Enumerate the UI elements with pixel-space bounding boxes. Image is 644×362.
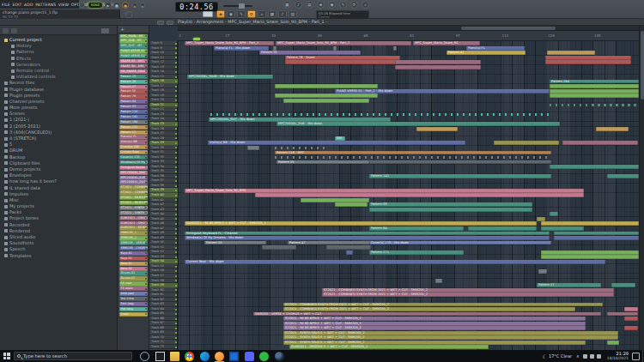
picker-item[interactable]: Bass 01 <box>119 262 148 266</box>
picker-item[interactable]: MPC_SUB - MT <box>119 39 148 43</box>
edge-icon[interactable] <box>200 352 210 361</box>
picker-item[interactable]: PIANO VERSE 01 <box>119 49 148 53</box>
playlist-clip[interactable] <box>550 165 639 169</box>
playlist-clip[interactable]: MPC_Super_Mario_Snare_90 <box>413 41 480 45</box>
playlist-clip[interactable] <box>550 94 639 98</box>
photos-icon[interactable] <box>229 352 239 361</box>
picker-item[interactable]: SMM205_2 <box>119 236 148 240</box>
picker-item[interactable]: Pattern 26 <box>119 80 148 84</box>
playlist-clip[interactable]: Pattern 55 <box>276 160 369 165</box>
playlist-clip[interactable]: Pattern 76 - Snare <box>285 56 400 60</box>
playlist-clip[interactable] <box>611 283 635 287</box>
whatsapp-icon[interactable] <box>259 352 269 361</box>
multilink-icon[interactable]: ♪ <box>278 10 287 18</box>
playlist-clip[interactable]: ST2021 - COMBINED SYNTH FROM 2021 + WET … <box>322 293 614 297</box>
search-input[interactable]: Type here to search <box>14 352 132 360</box>
browser-item-generators[interactable]: Generators <box>0 62 117 68</box>
playlist-clip[interactable] <box>333 46 337 51</box>
picker-item[interactable]: SM_SNARE_SOLO <box>119 69 148 74</box>
menu-bar[interactable]: FILEEDITADDPATTERNSVIEWOPTIONSTOOLSHELP <box>0 0 79 9</box>
network-tray-icon[interactable] <box>590 354 594 359</box>
stop-button[interactable]: ■ <box>113 2 120 9</box>
playlist-clip[interactable] <box>538 269 547 274</box>
playlist-clip[interactable] <box>550 104 639 106</box>
playlist-clip[interactable]: MPC_Super_Mario_Snare_Solo_90_BPM - Part… <box>185 41 274 45</box>
picker-item[interactable]: GUM2021 - GROOVE 1 <box>119 216 148 220</box>
playlist-clip[interactable] <box>607 312 638 317</box>
playlist-clip[interactable] <box>285 60 400 64</box>
browser-item-initialized-controls[interactable]: Initialized controls <box>0 74 117 80</box>
playlist-clip[interactable]: Pattern 17 <box>537 283 601 287</box>
picker-item[interactable]: ST2021 - SYNTH SOLO 1 <box>119 206 148 210</box>
playlist-clip[interactable] <box>550 84 639 88</box>
browser-item-packs[interactable]: Packs <box>0 209 117 215</box>
browser-item-clipboard-files[interactable]: Clipboard files <box>0 160 117 166</box>
playlist-clip[interactable] <box>550 89 639 94</box>
loop-record-icon[interactable]: ▦ <box>268 10 276 18</box>
picker-item[interactable]: FX riser <box>119 281 148 286</box>
picker-item[interactable]: Piano(s) FL <box>119 135 148 139</box>
playlist-clip[interactable] <box>541 226 584 231</box>
menu-item-edit[interactable]: EDIT <box>12 3 21 7</box>
playlist-clip[interactable] <box>283 99 369 103</box>
browser-item-effects[interactable]: Effects <box>0 56 117 62</box>
playlist-clip[interactable] <box>273 46 276 51</box>
picker-item[interactable]: Pattern 164 <box>119 120 148 124</box>
picker-item[interactable]: Window(s) Of My Dreams <box>119 160 148 165</box>
playlist-clip[interactable] <box>435 279 442 283</box>
playlist-clip[interactable] <box>624 326 638 330</box>
weather-text[interactable]: 17°C Clear <box>549 353 572 359</box>
browser-sound-icon[interactable] <box>101 28 109 33</box>
steam-icon[interactable] <box>275 352 284 361</box>
browser-item-drum[interactable]: DRUM <box>0 148 117 154</box>
playlist-clip[interactable] <box>210 113 550 116</box>
picker-item[interactable]: Violin(s) BB <box>119 140 148 144</box>
close-x-icon[interactable]: ✕ <box>132 3 137 8</box>
browser-item-3-404-canceled-[interactable]: 3 (404(CANCELED)) <box>0 130 117 136</box>
browser-item-5[interactable]: 5 <box>0 142 117 148</box>
channel-rack-icon[interactable]: ▦ <box>283 1 291 9</box>
browser-item-sliced-audio[interactable]: Sliced audio <box>0 234 117 240</box>
volume-tray-icon[interactable] <box>597 354 601 359</box>
picker-item[interactable]: Keys 01 <box>119 251 148 256</box>
browser-item-plugin-database[interactable]: Plugin database <box>0 87 117 93</box>
playlist-clip[interactable] <box>607 174 639 178</box>
browser-item-speech[interactable]: Speech <box>0 246 117 252</box>
picker-item[interactable]: Hat loop <box>119 307 148 311</box>
playlist-clip[interactable] <box>554 232 639 236</box>
playlist-clip[interactable] <box>550 212 558 216</box>
picker-item[interactable]: Cover(s) 170 <box>119 155 148 160</box>
picker-item[interactable]: Pattern 76 <box>119 94 148 99</box>
playlist-clip[interactable] <box>395 60 481 64</box>
playlist-icon[interactable]: ▤ <box>306 1 313 9</box>
wait-input-icon[interactable]: ⟳ <box>247 10 256 18</box>
picker-item[interactable]: MPC2000XL_SUB <box>119 176 148 180</box>
browser-item-rendered[interactable]: Rendered <box>0 228 117 234</box>
vertical-scrollbar[interactable] <box>639 26 644 350</box>
playlist-clip[interactable] <box>596 127 629 131</box>
picker-item[interactable]: Amb pad <box>119 292 148 296</box>
picker-item[interactable]: MPC_OUT - MT <box>119 44 148 48</box>
playlist-clip[interactable]: GUM2021 - GROOVE E + WET + CUT - SMM205_… <box>289 345 489 349</box>
playlist-clip[interactable] <box>326 245 371 250</box>
menu-item-view[interactable]: VIEW <box>58 3 69 7</box>
picker-item[interactable]: Bass 02 <box>119 267 148 271</box>
picker-item[interactable]: MPC2000XL_OUT <box>119 180 148 184</box>
picker-item[interactable]: Current Beat <box>119 150 148 154</box>
playlist-clip[interactable] <box>393 46 397 51</box>
picker-item[interactable]: Stringsish Keyboard FL <box>119 166 148 170</box>
browser-item-my-projects[interactable]: My projects <box>0 203 117 209</box>
play-button[interactable]: ▶ <box>105 2 112 9</box>
browser-item-history[interactable]: History <box>0 43 117 49</box>
picker-item[interactable]: Drums 02 <box>119 276 148 281</box>
playlist-clip[interactable]: MPC_Super_Mario_Snare_Solo_90_BPM <box>185 189 584 193</box>
playlist-clip[interactable]: Violin(s) BB - Mix down <box>208 141 465 145</box>
discord-icon[interactable] <box>245 352 254 361</box>
playlist-clip[interactable] <box>537 217 545 221</box>
start-button[interactable] <box>0 350 14 362</box>
main-pitch-slider[interactable] <box>223 5 252 7</box>
record-button[interactable]: ● <box>122 2 129 9</box>
playlist-clip[interactable]: Cover(s) 170 - Mix down <box>369 241 551 245</box>
picker-item[interactable]: ST2021 - COMBINED 1 <box>119 185 148 190</box>
countdown-icon[interactable]: ⌗ <box>258 10 266 18</box>
